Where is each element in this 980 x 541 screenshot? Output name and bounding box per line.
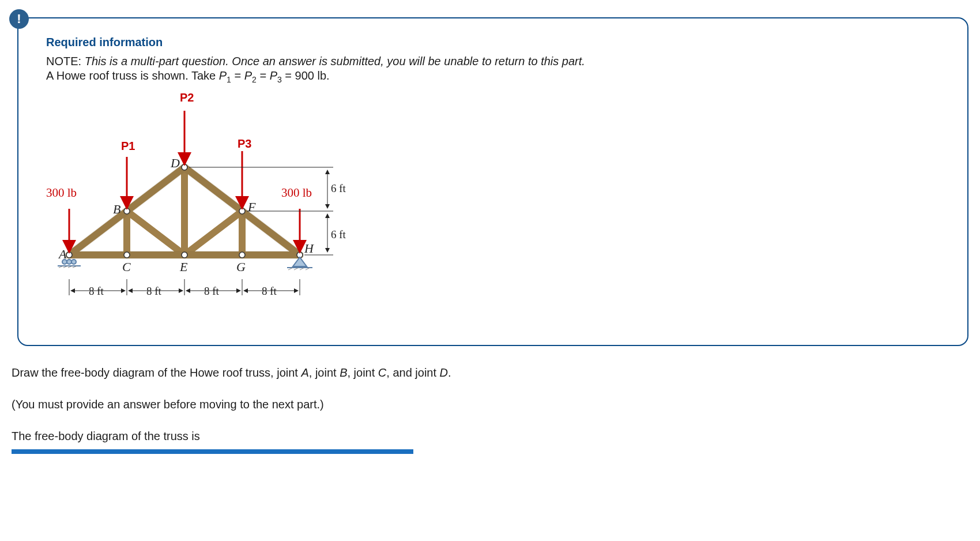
note-body: This is a multi-part question. Once an a… bbox=[85, 55, 585, 67]
note-prefix: NOTE: bbox=[46, 55, 81, 67]
node-g: G bbox=[236, 260, 246, 275]
node-a: A bbox=[59, 247, 66, 262]
qj1: , joint bbox=[309, 366, 340, 379]
svg-point-12 bbox=[124, 252, 130, 258]
qC: C bbox=[378, 366, 386, 379]
node-d: D bbox=[171, 156, 180, 171]
svg-line-7 bbox=[184, 211, 242, 255]
given-line: A Howe roof truss is shown. Take P1 = P2… bbox=[46, 69, 940, 84]
label-p1: P1 bbox=[121, 140, 135, 153]
info-card: ! Required information NOTE: This is a m… bbox=[17, 17, 968, 346]
qA: A bbox=[301, 366, 308, 379]
label-p3: P3 bbox=[238, 137, 251, 151]
label-300-right: 300 lb bbox=[281, 186, 312, 200]
svg-point-20 bbox=[67, 260, 71, 264]
progress-bar bbox=[12, 449, 413, 454]
svg-point-13 bbox=[182, 252, 187, 258]
note-line: NOTE: This is a multi-part question. Onc… bbox=[46, 55, 940, 68]
dim-span-3: 8 ft bbox=[204, 285, 219, 298]
dim-span-1: 8 ft bbox=[89, 285, 104, 298]
label-300-left: 300 lb bbox=[46, 186, 77, 200]
question-line-3: The free-body diagram of the truss is bbox=[12, 426, 968, 447]
node-e: E bbox=[180, 260, 187, 275]
label-p2: P2 bbox=[180, 91, 194, 104]
qj2: , joint bbox=[348, 366, 378, 379]
svg-point-21 bbox=[71, 260, 76, 264]
qB: B bbox=[340, 366, 347, 379]
dim-6ft-top: 6 ft bbox=[331, 182, 346, 195]
svg-point-11 bbox=[66, 252, 72, 258]
svg-point-18 bbox=[239, 208, 245, 214]
truss-figure: P2 P1 P3 300 lb 300 lb A B C D E F G H 6… bbox=[46, 88, 369, 324]
node-h: H bbox=[304, 241, 314, 256]
qj4: . bbox=[448, 366, 451, 379]
required-info-title: Required information bbox=[46, 36, 940, 49]
svg-line-6 bbox=[127, 211, 184, 255]
alert-badge-icon: ! bbox=[9, 9, 29, 29]
dim-6ft-bot: 6 ft bbox=[331, 228, 346, 241]
qj3: , and joint bbox=[386, 366, 439, 379]
q1a: Draw the free-body diagram of the Howe r… bbox=[12, 366, 301, 379]
question-line-1: Draw the free-body diagram of the Howe r… bbox=[12, 362, 968, 384]
question-line-2: (You must provide an answer before movin… bbox=[12, 394, 968, 415]
question-block: Draw the free-body diagram of the Howe r… bbox=[12, 362, 968, 454]
dim-span-4: 8 ft bbox=[262, 285, 277, 298]
dim-span-2: 8 ft bbox=[146, 285, 161, 298]
svg-point-14 bbox=[239, 252, 245, 258]
node-f: F bbox=[248, 200, 255, 215]
given-a: A Howe roof truss is shown. Take bbox=[46, 69, 219, 82]
svg-point-16 bbox=[124, 208, 130, 214]
qD: D bbox=[440, 366, 448, 379]
node-c: C bbox=[122, 260, 131, 275]
given-b: = 900 lb. bbox=[282, 69, 330, 82]
node-b: B bbox=[113, 202, 120, 217]
svg-point-17 bbox=[182, 164, 187, 170]
